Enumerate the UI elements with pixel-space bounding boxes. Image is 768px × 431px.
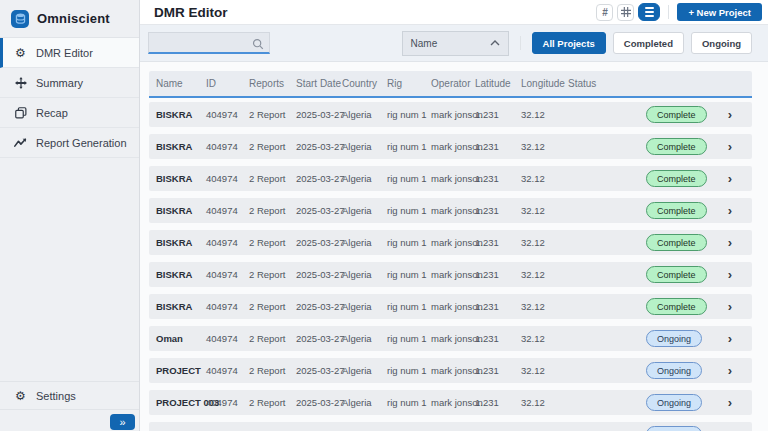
list-view-button[interactable] (638, 3, 660, 21)
table-row[interactable]: BISKRA 404974 2 Report 2025-03-27 Algeri… (149, 102, 752, 127)
page-title: DMR Editor (154, 5, 228, 20)
table-row[interactable]: BISKRA 404974 2 Report 2025-03-27 Algeri… (149, 134, 752, 159)
sidebar-item-settings[interactable]: ⚙ Settings (0, 381, 139, 410)
row-reports: 2 Report (242, 301, 289, 312)
row-name: Oman (149, 333, 199, 344)
filter-button[interactable]: Ongoing (691, 32, 752, 54)
status-cell: Ongoing (561, 330, 708, 347)
status-badge: Complete (646, 202, 707, 219)
row-id: 404974 (199, 333, 242, 344)
grid-view-button[interactable]: # (596, 4, 613, 21)
double-chevron-right-icon: » (119, 417, 125, 428)
list-icon (645, 7, 654, 17)
row-operator: mark jonson (424, 301, 468, 312)
row-start-date: 2025-03-27 (289, 237, 335, 248)
row-operator: mark jonson (424, 205, 468, 216)
column-header: Longitude (514, 78, 561, 89)
dense-grid-view-button[interactable] (617, 4, 634, 21)
row-chevron-icon[interactable]: › (708, 364, 752, 377)
row-country: Algeria (335, 397, 380, 408)
table-row[interactable]: PROJECT 404974 2 Report 2025-03-27 Alger… (149, 358, 752, 383)
sidebar-item-recap[interactable]: Recap (0, 98, 139, 128)
sort-select[interactable]: Name (402, 31, 509, 56)
filter-button[interactable]: Completed (613, 32, 684, 54)
app-logo-icon (11, 10, 29, 28)
row-chevron-icon[interactable]: › (708, 108, 752, 121)
row-rig: rig num 1 (380, 333, 424, 344)
move-arrows-icon (13, 77, 28, 89)
row-longitude: 32.12 (514, 237, 561, 248)
filter-buttons: All ProjectsCompletedOngoing (532, 32, 752, 54)
row-name: PROJECT 003 (149, 397, 199, 408)
row-name: BISKRA (149, 205, 199, 216)
row-start-date: 2025-03-27 (289, 173, 335, 184)
row-latitude: 1.231 (468, 205, 514, 216)
row-chevron-icon[interactable]: › (708, 236, 752, 249)
status-cell: Complete (561, 266, 708, 283)
grid-icon (621, 7, 631, 17)
sidebar-item-summary[interactable]: Summary (0, 68, 139, 98)
table-row[interactable]: BISKRA 404974 2 Report 2025-03-27 Algeri… (149, 198, 752, 223)
row-longitude: 32.12 (514, 109, 561, 120)
filter-bar: Name All ProjectsCompletedOngoing (140, 25, 768, 62)
copy-stack-icon (13, 107, 28, 119)
status-badge: Complete (646, 298, 707, 315)
table-row[interactable]: BISKRA 404974 2 Report 2025-03-27 Algeri… (149, 230, 752, 255)
row-name: PROJECT (149, 365, 199, 376)
table-row[interactable]: PROJECT 003 404974 2 Report 2025-03-27 A… (149, 390, 752, 415)
row-country: Algeria (335, 269, 380, 280)
sidebar-item-label: Settings (36, 390, 76, 402)
row-chevron-icon[interactable]: › (708, 268, 752, 281)
row-operator: mark jonson (424, 333, 468, 344)
row-chevron-icon[interactable]: › (708, 396, 752, 409)
brand-name: Omniscient (37, 11, 110, 26)
filter-button[interactable]: All Projects (532, 32, 606, 54)
row-rig: rig num 1 (380, 205, 424, 216)
status-cell: Ongoing (561, 426, 708, 431)
table-header: NameIDReportsStart DateCountryRigOperato… (149, 71, 752, 98)
status-badge: Complete (646, 266, 707, 283)
table-row[interactable]: Oman 404974 2 Report 2025-03-27 Algeria … (149, 326, 752, 351)
column-header: Name (149, 78, 199, 89)
filter-controls: Name All ProjectsCompletedOngoing (402, 31, 752, 56)
status-badge: Complete (646, 138, 707, 155)
table-row[interactable]: Ongoing › (149, 422, 752, 431)
row-operator: mark jonson (424, 365, 468, 376)
row-start-date: 2025-03-27 (289, 333, 335, 344)
row-latitude: 1.231 (468, 141, 514, 152)
sidebar-item-dmr-editor[interactable]: ⚙ DMR Editor (0, 38, 139, 68)
sidebar-item-label: DMR Editor (36, 47, 93, 59)
row-rig: rig num 1 (380, 237, 424, 248)
column-header: Latitude (468, 78, 514, 89)
status-cell: Complete (561, 298, 708, 315)
row-start-date: 2025-03-27 (289, 109, 335, 120)
table-row[interactable]: BISKRA 404974 2 Report 2025-03-27 Algeri… (149, 294, 752, 319)
row-operator: mark jonson (424, 173, 468, 184)
table-row[interactable]: BISKRA 404974 2 Report 2025-03-27 Algeri… (149, 166, 752, 191)
row-reports: 2 Report (242, 397, 289, 408)
row-id: 404974 (199, 173, 242, 184)
row-chevron-icon[interactable]: › (708, 172, 752, 185)
row-latitude: 1.231 (468, 173, 514, 184)
row-chevron-icon[interactable]: › (708, 332, 752, 345)
row-start-date: 2025-03-27 (289, 205, 335, 216)
sidebar-collapse-button[interactable]: » (110, 414, 135, 430)
sidebar-item-label: Report Generation (36, 137, 127, 149)
database-icon (15, 13, 26, 24)
status-cell: Complete (561, 138, 708, 155)
sidebar-item-report-generation[interactable]: Report Generation (0, 128, 139, 158)
row-reports: 2 Report (242, 269, 289, 280)
row-chevron-icon[interactable]: › (708, 204, 752, 217)
status-badge: Ongoing (646, 394, 702, 411)
row-name: BISKRA (149, 173, 199, 184)
row-start-date: 2025-03-27 (289, 269, 335, 280)
row-id: 404974 (199, 269, 242, 280)
table-row[interactable]: BISKRA 404974 2 Report 2025-03-27 Algeri… (149, 262, 752, 287)
projects-table: NameIDReportsStart DateCountryRigOperato… (140, 62, 768, 431)
row-country: Algeria (335, 109, 380, 120)
row-rig: rig num 1 (380, 141, 424, 152)
row-chevron-icon[interactable]: › (708, 140, 752, 153)
row-chevron-icon[interactable]: › (708, 300, 752, 313)
sort-select-value: Name (411, 38, 438, 49)
new-project-button[interactable]: + New Project (677, 3, 762, 21)
